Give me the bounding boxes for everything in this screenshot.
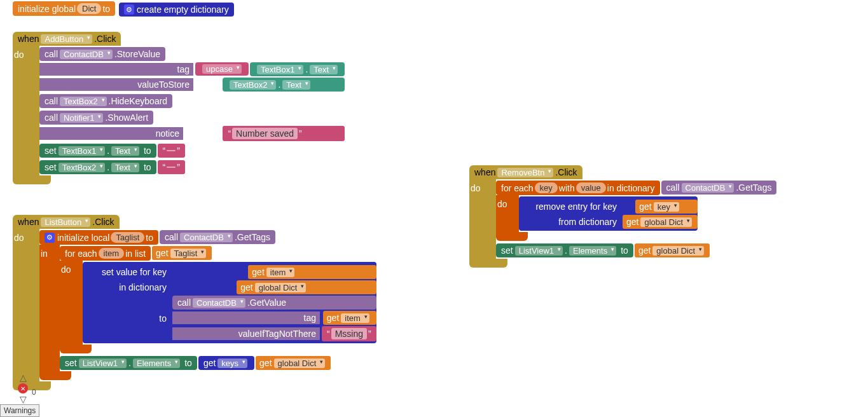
call-hidekeyboard[interactable]: call TextBox2 .HideKeyboard	[39, 94, 172, 108]
foreach-item[interactable]: for each item in list get Taglist	[60, 246, 376, 353]
label: initialize global	[18, 4, 76, 14]
get-globaldict[interactable]: get global Dict	[237, 280, 376, 294]
global-init-block[interactable]: initialize global Dict to ⚙ create empty…	[13, 1, 234, 17]
comp-dd[interactable]: TextBox2	[60, 97, 106, 106]
prop-dd[interactable]: Text	[282, 80, 310, 90]
upcase-block[interactable]: upcase	[195, 62, 249, 76]
when-listbutton-click[interactable]: when ListButton .Click do ⚙ initialize l…	[13, 215, 376, 390]
label: to	[102, 4, 110, 14]
comp-dd[interactable]: TextBox2	[230, 80, 276, 90]
foreach-dict-block[interactable]: for each key with value in dictionary	[496, 181, 660, 195]
call-storevalue[interactable]: call ContactDB .StoreValue tag upcase Te…	[39, 47, 345, 92]
chevron-up-icon[interactable]: △	[20, 373, 27, 383]
string-empty[interactable]: “”	[158, 144, 185, 158]
call-gettags[interactable]: call ContactDB .GetTags	[661, 181, 777, 195]
event-label: .Click	[94, 34, 116, 44]
set-block[interactable]: set ListView1. Elements to	[496, 243, 633, 257]
get-globaldict2[interactable]: get global Dict	[256, 356, 331, 370]
var-name[interactable]: Dict	[77, 3, 101, 14]
prop-dd[interactable]: Text	[310, 65, 338, 74]
when-removebtn-click[interactable]: when RemoveBtn .Click do for each key wi…	[469, 165, 776, 268]
prop-dd[interactable]: Text	[111, 146, 139, 156]
upcase-dd[interactable]: upcase	[202, 64, 242, 74]
create-empty-dict[interactable]: ⚙ create empty dictionary	[119, 3, 234, 17]
set-tb2-text[interactable]: set TextBox2. Text to “”	[39, 160, 345, 174]
call-gettags[interactable]: call ContactDB .GetTags	[160, 230, 275, 244]
foreach-block[interactable]: for each item in list	[60, 246, 151, 261]
init-global[interactable]: initialize global Dict to	[13, 1, 115, 16]
set-listview-elements[interactable]: set ListView1. Elements to get global Di…	[496, 243, 776, 257]
foreach-key-value[interactable]: for each key with value in dictionary ca…	[496, 181, 776, 241]
textbox2-text[interactable]: TextBox2. Text	[223, 78, 345, 92]
string-missing[interactable]: “Mssing”	[322, 326, 376, 341]
component-dd[interactable]: AddButton	[41, 34, 92, 44]
do-arm: do	[496, 195, 519, 232]
comp-dd[interactable]: TextBox2	[59, 163, 105, 172]
gear-icon[interactable]: ⚙	[124, 4, 134, 15]
set-listview-elements[interactable]: set ListView1. Elements to get keys get	[60, 356, 376, 370]
warnings-button[interactable]: Warnings	[0, 404, 39, 417]
call-showalert[interactable]: call Notifier1 .ShowAlert notice “Number…	[39, 111, 345, 141]
set-tb1-text[interactable]: set TextBox1. Text to “”	[39, 144, 345, 158]
arg-tag: tag	[39, 63, 193, 76]
error-icon[interactable]: ✕	[18, 383, 28, 393]
comp-dd[interactable]: ContactDB	[180, 233, 233, 242]
do-arm: do	[13, 46, 39, 175]
in-arm: in	[39, 245, 60, 371]
do-arm: do	[469, 179, 496, 259]
get-globaldict[interactable]: get global Dict	[635, 243, 710, 257]
get-item[interactable]: get item	[248, 265, 376, 279]
initlocal-block[interactable]: ⚙ initialize local Taglist to	[39, 230, 158, 245]
arg-notice: notice	[39, 127, 183, 140]
event-header[interactable]: when AddButton .Click	[13, 32, 121, 46]
get-globaldict[interactable]: get global Dict	[623, 215, 698, 229]
component-dd[interactable]: ListButton	[41, 217, 90, 227]
get-taglist[interactable]: get Taglist	[152, 246, 212, 260]
get-item2[interactable]: get item	[323, 311, 376, 325]
do-arm: do	[60, 261, 83, 345]
event-header[interactable]: when ListButton .Click	[13, 215, 120, 229]
keys-block[interactable]: get keys	[198, 356, 254, 370]
gear-icon[interactable]: ⚙	[45, 233, 55, 243]
init-local-taglist[interactable]: ⚙ initialize local Taglist to call Conta…	[39, 230, 376, 380]
comp-dd[interactable]: TextBox1	[257, 65, 303, 74]
label: create empty dictionary	[137, 4, 229, 15]
when-addbutton-click[interactable]: when AddButton .Click do call ContactDB …	[13, 32, 345, 184]
set-value-for-key[interactable]: set value for key get item in dictionary	[83, 262, 376, 343]
comp-dd[interactable]: Notifier1	[60, 113, 103, 123]
warnings-count: 0	[32, 388, 36, 397]
remove-entry[interactable]: remove entry for key get key from dictio…	[519, 196, 698, 231]
set-block[interactable]: set ListView1. Elements to	[60, 356, 197, 370]
call-lbl: call	[45, 49, 58, 59]
call-block[interactable]: call ContactDB .StoreValue	[39, 47, 165, 61]
method-lbl: .StoreValue	[114, 49, 160, 59]
component-dd[interactable]: ContactDB	[60, 50, 113, 59]
when-label: when	[18, 34, 39, 44]
comp-dd[interactable]: RemoveBtn	[497, 168, 553, 177]
string-empty[interactable]: “”	[158, 160, 185, 174]
comp-dd[interactable]: TextBox1	[59, 146, 105, 156]
get-key[interactable]: get key	[635, 200, 698, 214]
warnings-nav[interactable]: △ ✕ ▽	[18, 373, 28, 404]
event-header[interactable]: when RemoveBtn .Click	[469, 165, 582, 179]
chevron-down-icon[interactable]: ▽	[20, 394, 27, 404]
do-arm: do	[13, 229, 39, 381]
arg-val: valueToStore	[39, 78, 193, 91]
textbox1-text[interactable]: TextBox1. Text	[250, 62, 345, 76]
call-getvalue[interactable]: call ContactDB .GetValue	[172, 296, 376, 310]
prop-dd[interactable]: Text	[111, 163, 139, 172]
string-notice[interactable]: “Number saved”	[223, 126, 345, 141]
